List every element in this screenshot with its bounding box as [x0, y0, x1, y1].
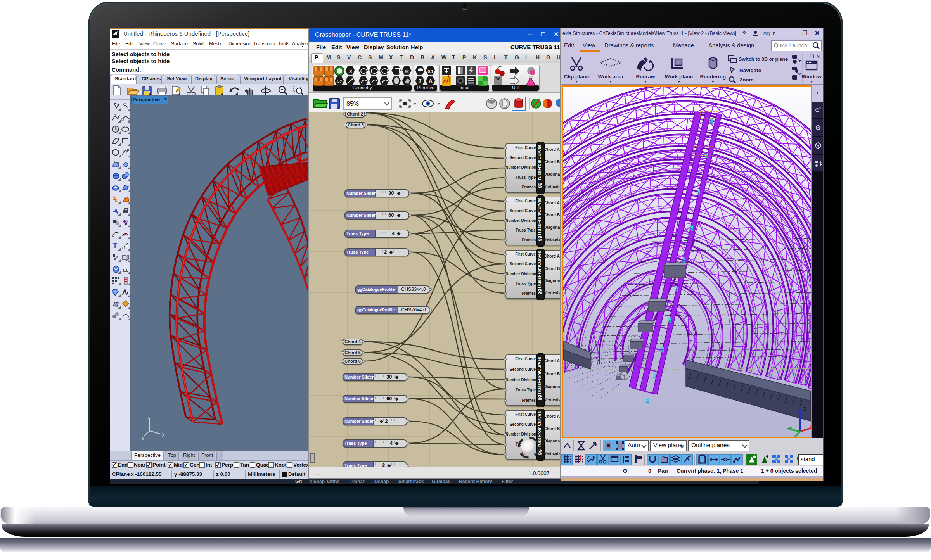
- svg-text:Switch to 3D or plane: Switch to 3D or plane: [739, 57, 788, 62]
- svg-text:0.1: 0.1: [427, 69, 433, 74]
- svg-text:C:/: C:/: [337, 79, 342, 83]
- svg-text:Redraw: Redraw: [636, 74, 655, 80]
- svg-text:✕: ✕: [349, 68, 353, 74]
- svg-text:6: 6: [116, 31, 118, 34]
- svg-text:7: 7: [419, 78, 421, 84]
- svg-text:─: ─: [803, 54, 807, 59]
- svg-text:A: A: [429, 78, 433, 84]
- svg-text:z: z: [147, 415, 150, 420]
- svg-text:✕: ✕: [816, 54, 820, 59]
- svg-text:ggTrussFromCurves: ggTrussFromCurves: [537, 251, 542, 294]
- svg-text:ggTrussFromCurves: ggTrussFromCurves: [537, 197, 542, 241]
- svg-text:Z: Z: [803, 406, 806, 412]
- svg-text:?: ?: [819, 106, 821, 110]
- svg-text:❄: ❄: [405, 68, 409, 74]
- svg-text:ggTrussFromCurves: ggTrussFromCurves: [537, 144, 542, 188]
- svg-text:T: T: [113, 242, 117, 250]
- svg-text:Work area: Work area: [598, 74, 623, 80]
- svg-text:Navigate: Navigate: [739, 67, 761, 73]
- svg-text:Zoom: Zoom: [739, 77, 754, 83]
- svg-text:Rendering: Rendering: [700, 74, 726, 80]
- svg-text:85%: 85%: [346, 100, 359, 107]
- svg-text:Clip plane: Clip plane: [564, 74, 589, 80]
- svg-text:x: x: [142, 436, 144, 441]
- svg-text:❐: ❐: [810, 54, 814, 59]
- svg-text:Work plane: Work plane: [665, 74, 693, 80]
- svg-text:ggTrussFromCurves: ggTrussFromCurves: [537, 357, 542, 400]
- svg-text:Window: Window: [801, 74, 822, 80]
- svg-text:y: y: [162, 431, 164, 437]
